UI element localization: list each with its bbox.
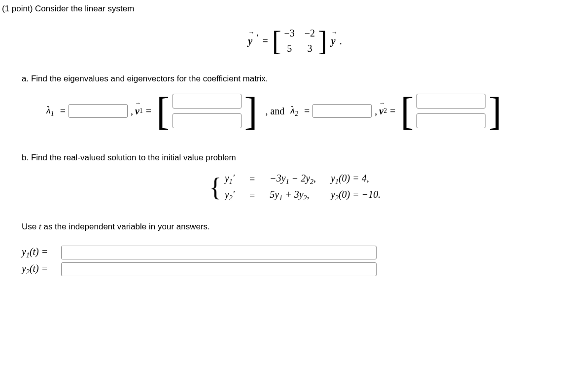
- bracket-right-icon: ]: [488, 96, 502, 126]
- eq2-rhs: 5y1 + 3y2,: [270, 189, 316, 202]
- eq1-rhs: −3y1 − 2y2,: [270, 173, 316, 186]
- v1-label: v: [135, 106, 139, 117]
- eq1-ic: y1(0) = 4,: [331, 173, 380, 186]
- y2-label: y2(t) =: [22, 263, 61, 276]
- y-vector: y: [331, 36, 336, 47]
- part-a-instruction: a. Find the eigenvalues and eigenvectors…: [22, 74, 588, 84]
- ivp-system: { y1′ = −3y1 − 2y2, y1(0) = 4, y2′ = 5y1…: [2, 173, 588, 202]
- bracket-left-icon: [: [400, 96, 414, 126]
- bracket-right-icon: ]: [318, 30, 327, 52]
- matrix-a12: −2: [305, 28, 315, 39]
- problem-header: (1 point) Consider the linear system: [2, 4, 588, 14]
- matrix-a22: 3: [305, 43, 315, 54]
- lambda2-label: λ2: [290, 105, 298, 118]
- y1-label: y1(t) =: [22, 246, 61, 259]
- eq2-ic: y2(0) = −10.: [331, 189, 380, 202]
- coefficient-matrix: [ −3 −2 5 3 ]: [272, 28, 327, 54]
- bracket-left-icon: [: [156, 96, 170, 126]
- eq-sign: =: [60, 106, 66, 117]
- v1-top-input[interactable]: [173, 94, 242, 109]
- bracket-right-icon: ]: [244, 96, 258, 126]
- matrix-a11: −3: [284, 28, 295, 39]
- lambda1-label: λ1: [46, 105, 54, 118]
- y-prime-vector: y: [248, 36, 252, 47]
- y1t-input[interactable]: [61, 246, 377, 259]
- comma: ,: [131, 106, 133, 117]
- system-equation: y′ = [ −3 −2 5 3 ] y.: [2, 28, 588, 54]
- y1-solution-row: y1(t) =: [22, 246, 588, 259]
- sys-eq-1: =: [249, 174, 255, 185]
- v1-bottom-input[interactable]: [173, 113, 242, 128]
- v2-label: v: [379, 106, 383, 117]
- eq2-lhs: y2′: [225, 189, 235, 202]
- eigenvalue-inputs-row: λ1 = , v1 = [ ] , and λ2 = , v2 = [ ]: [46, 94, 588, 128]
- eq1-lhs: y1′: [225, 173, 235, 186]
- eq-sign-4: =: [390, 106, 395, 117]
- comma2: ,: [375, 106, 377, 117]
- lambda1-input[interactable]: [69, 104, 128, 118]
- v2-vector-bracket: [ ]: [400, 94, 501, 128]
- part-b-instruction: b. Find the real-valued solution to the …: [22, 153, 588, 163]
- bracket-left-icon: [: [272, 30, 281, 52]
- equals-sign: =: [263, 36, 268, 47]
- sys-eq-2: =: [249, 190, 255, 201]
- prime-mark: ′: [256, 33, 258, 44]
- use-t-instruction: Use t as the independent variable in you…: [22, 222, 588, 232]
- points-text: (1 point) Consider the linear system: [2, 4, 134, 13]
- matrix-a21: 5: [284, 43, 295, 54]
- v2-top-input[interactable]: [416, 94, 485, 109]
- y2-solution-row: y2(t) =: [22, 262, 588, 276]
- period: .: [340, 36, 342, 47]
- v2-bottom-input[interactable]: [416, 113, 485, 128]
- y2t-input[interactable]: [61, 262, 377, 276]
- v1-vector-bracket: [ ]: [156, 94, 257, 128]
- eq-sign-2: =: [146, 106, 151, 117]
- and-lambda2-text: , and: [265, 106, 284, 117]
- left-brace-icon: {: [209, 177, 222, 198]
- lambda2-input[interactable]: [312, 104, 372, 118]
- eq-sign-3: =: [304, 106, 310, 117]
